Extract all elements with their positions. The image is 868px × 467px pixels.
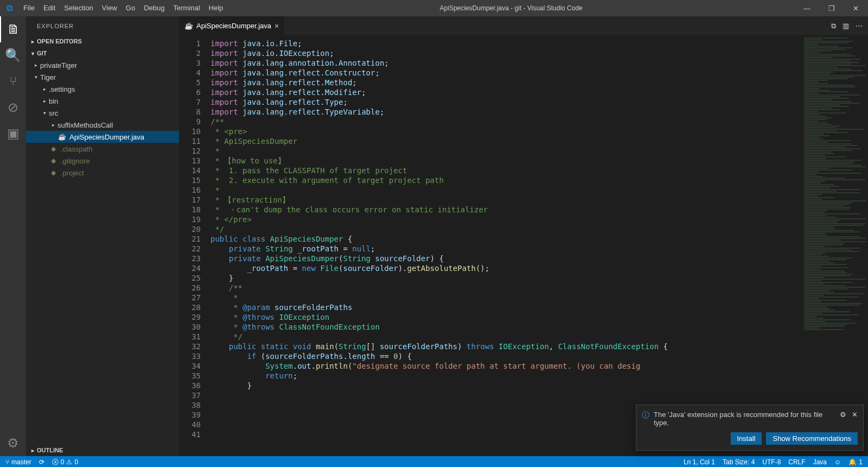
window-controls: — ❐ ✕ xyxy=(795,0,868,16)
settings-icon[interactable]: ⚙ xyxy=(0,430,26,456)
tree-item[interactable]: ▸suffixMethodsCall xyxy=(26,119,179,131)
outline-section[interactable]: ▸OUTLINE xyxy=(26,444,179,456)
menu-bar: FileEditSelectionViewGoDebugTerminalHelp xyxy=(19,0,227,16)
file-tree: ▸privateTiger▾Tiger▸.settings▸bin▾src▸su… xyxy=(26,59,179,444)
tree-item[interactable]: ▾src xyxy=(26,107,179,119)
open-editors-section[interactable]: ▸OPEN EDITORS xyxy=(26,35,179,47)
tree-item[interactable]: ☕ApiSpeciesDumper.java xyxy=(26,131,179,143)
tab-label: ApiSpeciesDumper.java xyxy=(196,22,271,30)
branch-indicator[interactable]: ⑂ master xyxy=(5,458,31,466)
code-content[interactable]: import java.io.File;import java.io.IOExc… xyxy=(210,35,803,456)
menu-selection[interactable]: Selection xyxy=(60,0,97,16)
editor-area: ☕ ApiSpeciesDumper.java × ⧉ ▥ ⋯ 12345678… xyxy=(179,16,868,456)
window-title: ApiSpeciesDumper.java - git - Visual Stu… xyxy=(227,4,795,12)
repo-section[interactable]: ▾GIT xyxy=(26,47,179,59)
feedback-icon[interactable]: ☺ xyxy=(834,458,841,466)
notifications-icon[interactable]: 🔔 1 xyxy=(848,458,863,466)
eol[interactable]: CRLF xyxy=(788,458,805,466)
menu-view[interactable]: View xyxy=(98,0,122,16)
tree-item[interactable]: ▸bin xyxy=(26,95,179,107)
open-editors-label: OPEN EDITORS xyxy=(37,38,82,45)
activity-bar: 🗎 🔍 ⑂ ⊘ ▣ ⚙ xyxy=(0,16,26,456)
language-mode[interactable]: Java xyxy=(813,458,827,466)
menu-debug[interactable]: Debug xyxy=(139,0,169,16)
menu-help[interactable]: Help xyxy=(205,0,228,16)
sync-icon[interactable]: ⟳ xyxy=(39,458,44,466)
tree-item[interactable]: ◆.classpath xyxy=(26,143,179,155)
repo-label: GIT xyxy=(37,50,47,56)
tree-item[interactable]: ▸privateTiger xyxy=(26,59,179,71)
close-button[interactable]: ✕ xyxy=(844,0,868,16)
maximize-button[interactable]: ❐ xyxy=(819,0,844,16)
menu-go[interactable]: Go xyxy=(122,0,139,16)
debug-icon[interactable]: ⊘ xyxy=(0,94,26,121)
minimize-button[interactable]: — xyxy=(795,0,819,16)
tree-item[interactable]: ◆.project xyxy=(26,167,179,179)
editor-tabs: ☕ ApiSpeciesDumper.java × ⧉ ▥ ⋯ xyxy=(179,16,868,35)
title-bar: ⧉ FileEditSelectionViewGoDebugTerminalHe… xyxy=(0,0,868,16)
line-gutter: 1234567891011121314151617181920212223242… xyxy=(179,35,210,456)
menu-edit[interactable]: Edit xyxy=(39,0,60,16)
extensions-icon[interactable]: ▣ xyxy=(0,121,26,147)
split-editor-icon[interactable]: ⧉ xyxy=(831,22,836,30)
sidebar: EXPLORER ▸OPEN EDITORS ▾GIT ▸privateTige… xyxy=(26,16,179,456)
notification-gear-icon[interactable]: ⚙ xyxy=(840,411,846,419)
encoding[interactable]: UTF-8 xyxy=(762,458,781,466)
app-logo: ⧉ xyxy=(0,3,19,13)
code-editor[interactable]: 1234567891011121314151617181920212223242… xyxy=(179,35,868,456)
compare-icon[interactable]: ▥ xyxy=(843,22,849,30)
explorer-icon[interactable]: 🗎 xyxy=(0,16,26,42)
notification-text: The 'Java' extension pack is recommended… xyxy=(654,411,835,427)
notification-toast: ⓘ The 'Java' extension pack is recommend… xyxy=(636,405,864,451)
search-icon[interactable]: 🔍 xyxy=(0,42,26,68)
status-bar: ⑂ master ⟳ ⓧ 0 ⚠ 0 Ln 1, Col 1 Tab Size:… xyxy=(0,456,868,467)
tab-size[interactable]: Tab Size: 4 xyxy=(723,458,755,466)
tree-item[interactable]: ◆.gitignore xyxy=(26,155,179,167)
tab-close-icon[interactable]: × xyxy=(275,22,279,30)
sidebar-title: EXPLORER xyxy=(26,16,179,35)
minimap[interactable] xyxy=(803,35,868,456)
menu-file[interactable]: File xyxy=(19,0,39,16)
tree-item[interactable]: ▸.settings xyxy=(26,83,179,95)
cursor-position[interactable]: Ln 1, Col 1 xyxy=(684,458,715,466)
tree-item[interactable]: ▾Tiger xyxy=(26,71,179,83)
notification-close-icon[interactable]: ✕ xyxy=(852,411,858,419)
source-control-icon[interactable]: ⑂ xyxy=(0,68,26,94)
java-file-icon: ☕ xyxy=(184,22,193,30)
tab-apispeciesdumper[interactable]: ☕ ApiSpeciesDumper.java × xyxy=(179,16,285,35)
more-actions-icon[interactable]: ⋯ xyxy=(856,22,863,30)
install-button[interactable]: Install xyxy=(731,432,762,445)
outline-label: OUTLINE xyxy=(37,447,63,453)
info-icon: ⓘ xyxy=(642,411,649,420)
show-recommendations-button[interactable]: Show Recommendations xyxy=(766,432,858,445)
problems-indicator[interactable]: ⓧ 0 ⚠ 0 xyxy=(52,458,78,467)
menu-terminal[interactable]: Terminal xyxy=(169,0,204,16)
